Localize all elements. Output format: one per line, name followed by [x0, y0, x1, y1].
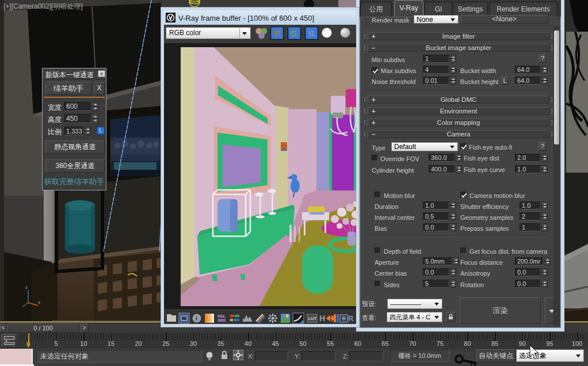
svg-text:R: R: [274, 29, 280, 38]
svg-text:R: R: [348, 314, 354, 323]
svg-text:x: x: [38, 300, 40, 305]
svg-text:z: z: [25, 285, 28, 290]
svg-text:G: G: [291, 29, 297, 38]
svg-text:H: H: [319, 314, 325, 323]
svg-text:B: B: [308, 29, 314, 38]
svg-text:LUT: LUT: [308, 316, 317, 321]
svg-text:i: i: [196, 315, 197, 322]
svg-text:HSL: HSL: [217, 314, 226, 318]
